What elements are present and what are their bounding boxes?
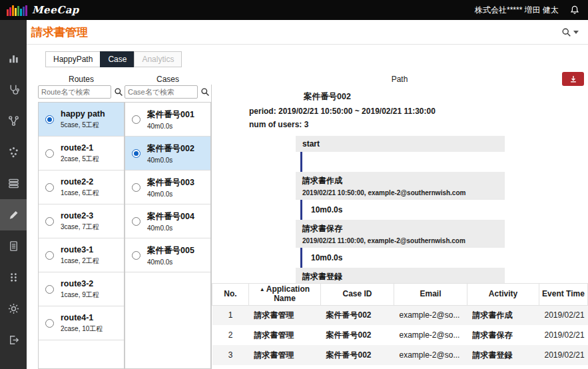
- sidebar-item-server-list[interactable]: [0, 168, 27, 199]
- sidebar-item-pen[interactable]: [0, 199, 27, 230]
- path-header-block: 案件番号002 period: 2019/02/21 10:50:00 ~ 20…: [212, 85, 588, 129]
- app-logo: MeeCap: [7, 4, 79, 16]
- table-row[interactable]: 2 請求書管理 案件番号002 example-2@so... 請求書保存 20…: [212, 325, 588, 345]
- case-name: 案件番号003: [147, 177, 194, 188]
- case-detail: 40m0.0s: [147, 258, 194, 266]
- notifications-bell-icon[interactable]: [569, 5, 580, 15]
- timeline-duration: 10m0.0s: [311, 253, 342, 262]
- timeline-connector-line: [300, 248, 302, 268]
- column-header-application-name[interactable]: ▲Application Name: [249, 284, 321, 306]
- route-item[interactable]: route3-1 1case, 2工程: [39, 238, 124, 272]
- logo-text: MeeCap: [32, 4, 79, 16]
- cell-no: 2: [212, 325, 249, 345]
- period-label: period:: [249, 107, 276, 116]
- timeline-edge: [296, 152, 505, 172]
- case-item[interactable]: 案件番号001 40m0.0s: [125, 103, 210, 137]
- cell-event-time: 2019/02/21: [539, 345, 588, 365]
- tab-happypath[interactable]: HappyPath: [45, 51, 101, 67]
- route-name: route3-2: [61, 279, 99, 288]
- radio-button[interactable]: [45, 115, 54, 124]
- column-header-case-id[interactable]: Case ID: [321, 284, 394, 306]
- cases-column-header: Cases: [125, 75, 211, 84]
- users-value: 3: [304, 120, 309, 129]
- sidebar-item-flow[interactable]: [0, 105, 27, 137]
- route-item[interactable]: happy path 5case, 5工程: [39, 103, 124, 137]
- timeline-node[interactable]: 請求書作成 2019/02/21 10:50:00, example-2@sou…: [296, 172, 505, 200]
- sidebar-item-stethoscope[interactable]: [0, 74, 27, 105]
- table-row[interactable]: 1 請求書管理 案件番号002 example-2@so... 請求書作成 20…: [212, 305, 588, 325]
- global-search-button[interactable]: [561, 27, 579, 37]
- case-item[interactable]: 案件番号004 40m0.0s: [125, 204, 210, 238]
- timeline-duration: 10m0.0s: [311, 205, 342, 214]
- radio-button[interactable]: [45, 319, 54, 328]
- radio-button[interactable]: [132, 251, 141, 260]
- page-title: 請求書管理: [31, 25, 88, 40]
- case-search-button[interactable]: [199, 86, 211, 98]
- radio-button[interactable]: [132, 149, 141, 158]
- cases-column: 案件番号001 40m0.0s 案件番号002 40m0.0s 案件番号003: [125, 85, 211, 369]
- content-area: happy path 5case, 5工程 route2-1 2case, 5工…: [38, 85, 588, 369]
- cell-event-time: 2019/02/21: [539, 325, 588, 345]
- timeline-node[interactable]: 請求書保存 2019/02/21 11:00:00, example-2@sou…: [296, 220, 505, 248]
- radio-button[interactable]: [45, 217, 54, 226]
- tab-case[interactable]: Case: [100, 51, 135, 67]
- route-item[interactable]: route2-2 1case, 6工程: [39, 171, 124, 204]
- route-search-input[interactable]: [38, 85, 111, 99]
- magnifier-icon: [114, 87, 123, 97]
- sidebar-item-bar-chart[interactable]: [0, 43, 27, 74]
- table-row[interactable]: 3 請求書管理 案件番号002 example-2@so... 請求書登録 20…: [212, 345, 588, 365]
- path-period: period: 2019/02/21 10:50:00 ~ 2019/02/21…: [249, 107, 588, 116]
- route-detail: 3case, 7工程: [61, 222, 99, 232]
- timeline-node-meta: 2019/02/21 10:50:00, example-2@southernw…: [302, 189, 498, 196]
- sidebar-item-document[interactable]: [0, 230, 27, 262]
- route-detail: 1case, 9工程: [61, 290, 99, 300]
- route-detail: 2case, 10工程: [61, 324, 103, 334]
- timeline-connector-line: [300, 200, 302, 220]
- timeline-node-meta: 2019/02/21 11:00:00, example-2@southernw…: [302, 237, 498, 244]
- main-content: 請求書管理 HappyPath Case Analytics Routes Ca…: [27, 20, 588, 369]
- radio-button[interactable]: [45, 251, 54, 260]
- logout-icon: [7, 334, 20, 346]
- case-search-input[interactable]: [125, 85, 198, 99]
- route-item[interactable]: route3-2 1case, 9工程: [39, 272, 124, 306]
- case-item[interactable]: 案件番号005 40m0.0s: [125, 238, 210, 272]
- sort-asc-icon: ▲: [260, 286, 265, 292]
- tab-analytics[interactable]: Analytics: [134, 51, 182, 67]
- route-search-button[interactable]: [113, 86, 125, 98]
- route-item[interactable]: route2-3 3case, 7工程: [39, 204, 124, 238]
- sidebar-item-settings[interactable]: [0, 293, 27, 324]
- column-header-no[interactable]: No.: [212, 284, 249, 306]
- sidebar-item-logout[interactable]: [0, 324, 27, 356]
- cell-case-id: 案件番号002: [321, 325, 394, 345]
- download-button[interactable]: [562, 72, 584, 86]
- case-name: 案件番号005: [147, 245, 194, 256]
- sidebar-item-scatter[interactable]: [0, 137, 27, 168]
- column-header-activity[interactable]: Activity: [467, 284, 539, 306]
- radio-button[interactable]: [132, 183, 141, 192]
- timeline-node-label: 請求書作成: [302, 175, 498, 186]
- flow-graph-icon: [7, 115, 20, 127]
- route-item[interactable]: route2-1 2case, 5工程: [39, 137, 124, 171]
- period-value: 2019/02/21 10:50:00 ~ 2019/02/21 11:30:0…: [278, 107, 436, 116]
- column-header-event-time[interactable]: Event Time: [539, 284, 588, 306]
- events-table-panel: No. ▲Application Name Case ID Email Acti…: [212, 283, 588, 369]
- cell-case-id: 案件番号002: [321, 305, 394, 325]
- radio-button[interactable]: [45, 183, 54, 192]
- path-case-title: 案件番号002: [304, 91, 588, 103]
- radio-button[interactable]: [45, 285, 54, 294]
- radio-button[interactable]: [132, 217, 141, 226]
- cell-activity: 請求書作成: [467, 305, 539, 325]
- column-header-email[interactable]: Email: [394, 284, 467, 306]
- case-item[interactable]: 案件番号003 40m0.0s: [125, 171, 210, 204]
- case-name: 案件番号004: [147, 211, 194, 222]
- sidebar-item-dots-grid[interactable]: [0, 262, 27, 293]
- route-name: route4-1: [61, 313, 103, 322]
- case-item[interactable]: 案件番号002 40m0.0s: [125, 137, 210, 171]
- cell-application: 請求書管理: [249, 305, 321, 325]
- timeline-node-start[interactable]: start: [296, 136, 505, 152]
- radio-button[interactable]: [45, 149, 54, 158]
- cell-email: example-2@so...: [394, 345, 467, 365]
- radio-button[interactable]: [132, 115, 141, 124]
- timeline-connector-line: [300, 152, 302, 172]
- route-item[interactable]: route4-1 2case, 10工程: [39, 306, 124, 340]
